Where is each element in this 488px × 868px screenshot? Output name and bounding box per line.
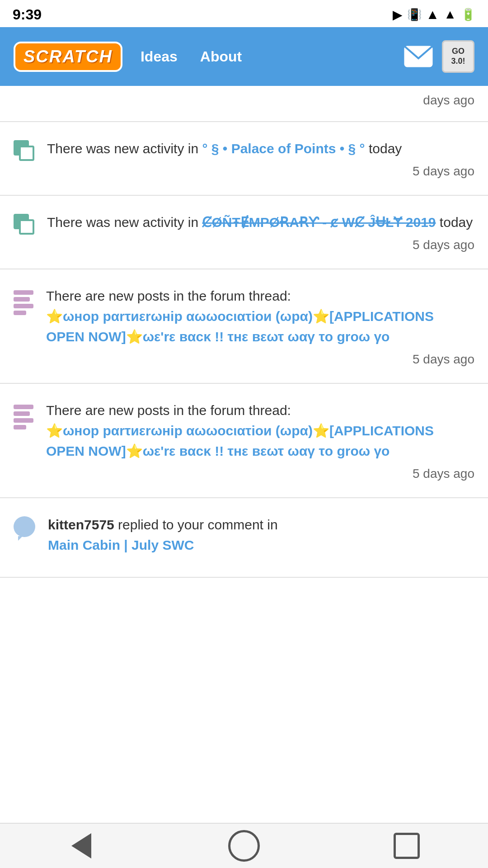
notif-body: There was new activity in ȻØÑŦɆMPØɌAɌƳ -… xyxy=(47,212,474,252)
vibrate-icon: 📳 xyxy=(407,8,422,22)
studio-activity-icon xyxy=(14,214,34,235)
notification-partial: days ago xyxy=(0,86,488,122)
scratch-logo[interactable]: SCRATCH xyxy=(14,42,122,72)
notif-text: There was new activity in ȻØÑŦɆMPØɌAɌƳ -… xyxy=(47,212,474,232)
notif-time-partial: days ago xyxy=(14,93,474,108)
notif-time: 5 days ago xyxy=(47,238,474,252)
back-icon xyxy=(71,833,91,859)
notification-item[interactable]: kitten7575 replied to your comment in Ma… xyxy=(0,498,488,578)
home-button[interactable] xyxy=(226,828,262,864)
studio-link[interactable]: ° § • Palace of Points • § ° xyxy=(202,141,365,156)
username: kitten7575 xyxy=(48,517,114,532)
notif-text: There was new activity in ° § • Palace o… xyxy=(47,138,474,159)
forum-thread-link[interactable]: ⭐ωнop pαrτиεrωнip αωωocιατioи (ωpα)⭐[APP… xyxy=(46,423,434,458)
main-nav: Ideas About xyxy=(141,48,386,65)
recents-button[interactable] xyxy=(389,828,425,864)
wifi-icon: ▲ xyxy=(426,7,440,22)
studio-link[interactable]: Main Cabin | July SWC xyxy=(48,538,194,552)
notification-item[interactable]: There are new posts in the forum thread:… xyxy=(0,269,488,384)
forum-thread-link[interactable]: ⭐ωнop pαrτиεrωнip αωωocιατioи (ωpα)⭐[APP… xyxy=(46,309,434,344)
nav-ideas[interactable]: Ideas xyxy=(141,48,178,65)
bottom-nav xyxy=(0,823,488,868)
status-icons: ▶ 📳 ▲ ▲ 🔋 xyxy=(393,7,475,22)
status-time: 9:39 xyxy=(13,6,42,23)
signal-icon: ▲ xyxy=(444,7,456,22)
notification-item[interactable]: There was new activity in ȻØÑŦɆMPØɌAɌƳ -… xyxy=(0,196,488,269)
forum-post-icon xyxy=(14,288,33,315)
notification-list: days ago There was new activity in ° § •… xyxy=(0,86,488,578)
studio-link[interactable]: ȻØÑŦɆMPØɌAɌƳ - ȼ WȻ ĴɄŁɎ 2019 xyxy=(202,215,436,230)
nav-about[interactable]: About xyxy=(200,48,242,65)
studio-activity-icon xyxy=(14,140,34,161)
notif-body: kitten7575 replied to your comment in Ma… xyxy=(48,514,474,561)
notif-body: There are new posts in the forum thread:… xyxy=(46,400,474,481)
app-header: SCRATCH Ideas About GO3.0! xyxy=(0,27,488,86)
battery-icon: 🔋 xyxy=(461,8,475,22)
play-icon: ▶ xyxy=(393,7,403,22)
notif-time: 5 days ago xyxy=(46,352,474,367)
header-icons: GO3.0! xyxy=(404,40,474,73)
home-icon xyxy=(228,830,260,862)
notif-time: 5 days ago xyxy=(46,467,474,481)
notif-text: kitten7575 replied to your comment in Ma… xyxy=(48,514,474,555)
notif-time: 5 days ago xyxy=(47,164,474,179)
comment-reply-icon xyxy=(14,516,35,537)
forum-post-icon xyxy=(14,402,33,429)
notif-body: There was new activity in ° § • Palace o… xyxy=(47,138,474,179)
notification-item[interactable]: There are new posts in the forum thread:… xyxy=(0,384,488,498)
status-bar: 9:39 ▶ 📳 ▲ ▲ 🔋 xyxy=(0,0,488,27)
notif-text: There are new posts in the forum thread:… xyxy=(46,286,474,347)
mail-icon[interactable] xyxy=(404,46,433,67)
back-button[interactable] xyxy=(63,828,99,864)
recents-icon xyxy=(394,833,420,859)
go3-badge[interactable]: GO3.0! xyxy=(442,40,474,73)
notif-body: There are new posts in the forum thread:… xyxy=(46,286,474,367)
notif-text: There are new posts in the forum thread:… xyxy=(46,400,474,461)
notification-item[interactable]: There was new activity in ° § • Palace o… xyxy=(0,122,488,196)
bubble-icon xyxy=(14,516,35,537)
